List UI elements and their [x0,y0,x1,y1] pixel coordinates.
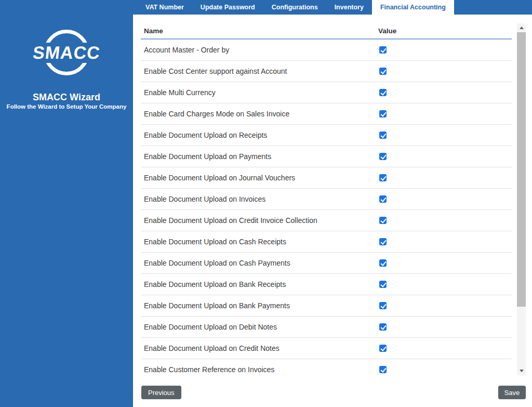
value-checkbox[interactable] [379,217,387,224]
table-row: Enable Document Upload on Journal Vouche… [141,167,512,189]
scroll-up-icon [520,27,524,29]
column-header-value: Value [378,27,396,35]
setting-label: Enable Card Charges Mode on Sales Invoic… [144,110,289,118]
value-checkbox[interactable] [379,132,387,139]
tab-vat-number[interactable]: VAT Number [137,0,192,15]
setting-label: Enable Document Upload on Bank Payments [144,301,290,310]
value-checkbox[interactable] [379,238,387,245]
value-checkbox[interactable] [379,345,387,352]
table-row: Enable Document Upload on Bank Payments [141,295,512,317]
setting-label: Enable Document Upload on Payments [144,152,271,161]
vertical-scrollbar[interactable] [517,23,526,375]
setting-label: Enable Document Upload on Debit Notes [144,323,277,331]
setting-label: Enable Cost Center support against Accou… [144,67,287,75]
setting-label: Enable Document Upload on Credit Invoice… [144,216,317,225]
value-checkbox[interactable] [379,174,387,181]
wizard-title: SMACC Wizard [0,92,133,103]
value-checkbox[interactable] [379,323,387,331]
scroll-down-button[interactable] [517,366,526,375]
setting-label: Enable Customer Reference on Invoices [144,365,274,374]
table-row: Enable Document Upload on Credit Invoice… [141,210,512,231]
previous-button[interactable]: Previous [141,386,181,399]
table-row: Enable Document Upload on Receipts [141,125,512,146]
value-checkbox[interactable] [379,366,387,373]
value-checkbox[interactable] [379,302,387,309]
tab-financial-accounting[interactable]: Financial Accounting [372,0,454,15]
setting-label: Account Master - Order by [144,46,229,54]
table-row: Enable Document Upload on Debit Notes [141,317,512,338]
tab-inventory[interactable]: Inventory [326,0,372,15]
table-row: Enable Cost Center support against Accou… [141,61,512,82]
value-checkbox[interactable] [379,68,387,75]
setting-label: Enable Document Upload on Invoices [144,195,265,203]
content-panel: Name Value Account Master - Order by Ena… [133,15,532,407]
scrollbar-thumb[interactable] [517,32,526,307]
sidebar: SMACC SMACC Wizard Follow the Wizard to … [0,0,133,407]
wizard-subtitle: Follow the Wizard to Setup Your Company [0,103,133,110]
value-checkbox[interactable] [379,281,387,288]
scroll-down-icon [520,370,524,372]
table-row: Enable Document Upload on Cash Payments [141,253,512,274]
scroll-up-button[interactable] [517,23,526,32]
smacc-logo-text: SMACC [28,43,105,63]
table-row: Enable Customer Reference on Invoices [141,359,512,375]
settings-table: Name Value Account Master - Order by Ena… [141,23,512,375]
setting-label: Enable Document Upload on Cash Receipts [144,238,286,246]
table-row: Enable Multi Currency [141,82,512,103]
table-row: Account Master - Order by [141,40,512,61]
setting-label: Enable Multi Currency [144,88,216,97]
column-header-name: Name [144,27,163,35]
table-row: Enable Document Upload on Invoices [141,189,512,210]
table-row: Enable Document Upload on Payments [141,146,512,167]
value-checkbox[interactable] [379,110,387,117]
value-checkbox[interactable] [379,89,387,96]
table-row: Enable Document Upload on Bank Receipts [141,274,512,295]
tab-update-password[interactable]: Update Password [192,0,263,15]
table-row: Enable Document Upload on Cash Receipts [141,231,512,253]
table-row: Enable Card Charges Mode on Sales Invoic… [141,103,512,125]
value-checkbox[interactable] [379,195,387,203]
setting-label: Enable Document Upload on Cash Payments [144,259,290,267]
tab-bar: VAT Number Update Password Configuration… [133,0,532,15]
save-button[interactable]: Save [498,386,526,399]
setting-label: Enable Document Upload on Journal Vouche… [144,174,295,182]
setting-label: Enable Document Upload on Credit Notes [144,344,280,352]
value-checkbox[interactable] [379,46,387,54]
tab-configurations[interactable]: Configurations [263,0,326,15]
value-checkbox[interactable] [379,153,387,160]
table-header: Name Value [141,23,512,40]
table-row: Enable Document Upload on Credit Notes [141,338,512,359]
setting-label: Enable Document Upload on Bank Receipts [144,280,286,288]
value-checkbox[interactable] [379,259,387,267]
setting-label: Enable Document Upload on Receipts [144,131,267,139]
